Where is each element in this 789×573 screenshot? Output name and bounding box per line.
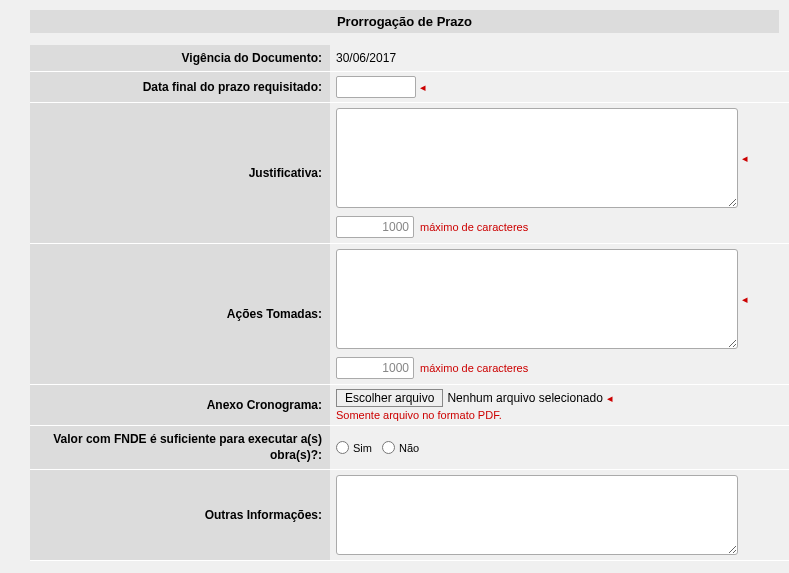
label-valor-fnde: Valor com FNDE é suficiente para executa… [30,426,330,469]
row-outras: Outras Informações: [30,470,789,561]
row-data-final: Data final do prazo requisitado: ◂ [30,72,789,103]
textarea-acoes[interactable] [336,249,738,349]
textarea-outras[interactable] [336,475,738,555]
required-marker-icon: ◂ [607,392,613,405]
form-panel: Vigência do Documento: 30/06/2017 Data f… [30,45,789,561]
radio-sim[interactable] [336,441,349,454]
value-vigencia: 30/06/2017 [336,49,783,67]
input-data-final[interactable] [336,76,416,98]
required-marker-icon: ◂ [742,152,748,165]
required-marker-icon: ◂ [420,81,426,94]
section-title: Prorrogação de Prazo [337,14,472,29]
file-none-text: Nenhum arquivo selecionado [447,391,602,405]
file-help-text: Somente arquivo no formato PDF. [336,409,783,421]
row-valor-fnde: Valor com FNDE é suficiente para executa… [30,426,789,470]
label-data-final: Data final do prazo requisitado: [30,72,330,102]
counter-justificativa [336,216,414,238]
radio-nao-label: Não [399,442,419,454]
radio-nao[interactable] [382,441,395,454]
radio-sim-label: Sim [353,442,372,454]
section-header: Prorrogação de Prazo [30,10,779,33]
label-vigencia: Vigência do Documento: [30,45,330,71]
label-outras: Outras Informações: [30,470,330,560]
counter-help-justificativa: máximo de caracteres [420,221,528,233]
row-vigencia: Vigência do Documento: 30/06/2017 [30,45,789,72]
textarea-justificativa[interactable] [336,108,738,208]
required-marker-icon: ◂ [742,293,748,306]
counter-help-acoes: máximo de caracteres [420,362,528,374]
row-justificativa: Justificativa: ◂ máximo de caracteres [30,103,789,244]
page: Prorrogação de Prazo Vigência do Documen… [0,0,789,561]
row-acoes: Ações Tomadas: ◂ máximo de caracteres [30,244,789,385]
file-choose-button[interactable]: Escolher arquivo [336,389,443,407]
label-anexo: Anexo Cronograma: [30,385,330,425]
label-acoes: Ações Tomadas: [30,244,330,384]
row-anexo: Anexo Cronograma: Escolher arquivo Nenhu… [30,385,789,426]
counter-acoes [336,357,414,379]
label-justificativa: Justificativa: [30,103,330,243]
